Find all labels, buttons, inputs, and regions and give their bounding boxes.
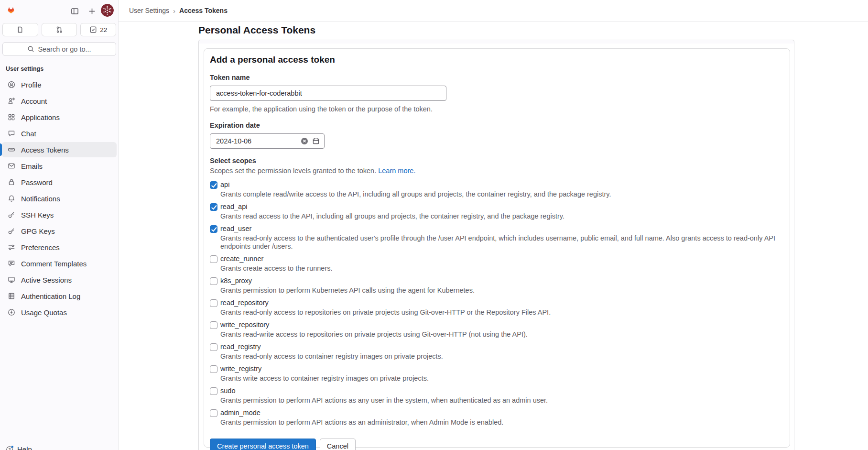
sidebar-item-ssh-keys[interactable]: SSH Keys [2, 207, 117, 222]
scope-checkbox-write-registry[interactable] [210, 365, 217, 373]
merge-request-icon [55, 26, 63, 33]
breadcrumb-user-settings[interactable]: User Settings [129, 7, 169, 14]
help-icon: ? [6, 445, 14, 450]
scope-row-read-repository: read_repository Grants read-only access … [210, 299, 784, 317]
user-avatar[interactable] [101, 4, 114, 17]
scope-description: Grants permission to perform API actions… [220, 418, 784, 427]
token-name-input[interactable] [210, 86, 446, 101]
scope-checkbox-read-api[interactable] [210, 203, 217, 211]
scope-row-read-user: read_user Grants read-only access to the… [210, 225, 784, 251]
breadcrumb: User Settings › Access Tokens [129, 0, 228, 21]
scope-description: Grants permission to perform API actions… [220, 396, 784, 405]
create-token-button[interactable]: Create personal access token [210, 439, 316, 450]
sidebar-item-preferences[interactable]: Preferences [2, 240, 117, 255]
scope-checkbox-read-registry[interactable] [210, 343, 217, 351]
sidebar-item-applications[interactable]: Applications [2, 110, 117, 125]
sidebar-item-active-sessions[interactable]: Active Sessions [2, 272, 117, 287]
sidebar-item-gpg-keys[interactable]: GPG Keys [2, 223, 117, 239]
key-icon [8, 227, 15, 235]
page-title: Personal Access Tokens [198, 24, 315, 36]
sidebar-item-label: Access Tokens [21, 146, 69, 154]
sidebar-item-label: GPG Keys [21, 227, 55, 235]
scope-name: k8s_proxy [220, 277, 252, 285]
scope-row-sudo: sudo Grants permission to perform API ac… [210, 387, 784, 405]
sidebar-item-comment-templates[interactable]: Comment Templates [2, 256, 117, 271]
scope-description: Grants read-only access to the authentic… [220, 234, 784, 251]
gitlab-logo-icon[interactable] [5, 4, 17, 16]
sidebar-item-label: Notifications [21, 195, 60, 203]
expiration-date-label: Expiration date [210, 121, 784, 129]
search-box[interactable]: Search or go to... [2, 42, 116, 56]
chat-icon [8, 130, 15, 137]
authentication-log-icon [8, 292, 15, 300]
sidebar-counts: 22 [2, 23, 116, 36]
sidebar-item-label: Applications [21, 113, 60, 121]
sidebar-item-authentication-log[interactable]: Authentication Log [2, 288, 117, 304]
topbar: User Settings › Access Tokens [119, 0, 868, 22]
clear-date-icon[interactable] [301, 137, 308, 145]
scope-checkbox-k8s-proxy[interactable] [210, 277, 217, 285]
sidebar-item-label: Comment Templates [21, 260, 87, 268]
emails-icon [8, 162, 15, 170]
key-icon [8, 211, 15, 219]
scope-row-read-registry: read_registry Grants read-only access to… [210, 343, 784, 361]
scope-name: read_user [220, 225, 251, 233]
create-new-plus-icon[interactable] [87, 6, 97, 16]
issues-icon [16, 26, 24, 33]
scopes-description-text: Scopes set the permission levels granted… [210, 167, 376, 175]
sidebar-item-emails[interactable]: Emails [2, 158, 117, 174]
scope-row-admin-mode: admin_mode Grants permission to perform … [210, 409, 784, 427]
calendar-icon[interactable] [312, 137, 320, 145]
sidebar-item-password[interactable]: Password [2, 175, 117, 190]
sidebar-item-account[interactable]: Account [2, 93, 117, 109]
scope-name: read_registry [220, 343, 261, 351]
sidebar-item-profile[interactable]: Profile [2, 77, 117, 92]
svg-text:?: ? [8, 447, 11, 450]
token-name-help: For example, the application using the t… [210, 105, 784, 113]
sidebar-item-label: Active Sessions [21, 276, 72, 284]
comment-templates-icon [8, 260, 15, 267]
sidebar-item-usage-quotas[interactable]: Usage Quotas [2, 305, 117, 320]
sidebar-item-label: Account [21, 97, 47, 105]
scope-description: Grants read-write access to repositories… [220, 330, 784, 339]
learn-more-link[interactable]: Learn more. [378, 167, 415, 175]
scope-checkbox-api[interactable] [210, 181, 217, 189]
breadcrumb-separator: › [173, 7, 175, 15]
preferences-icon [8, 243, 15, 251]
cancel-button[interactable]: Cancel [320, 439, 356, 450]
scope-name: admin_mode [220, 409, 260, 417]
breadcrumb-current: Access Tokens [179, 7, 228, 14]
scope-description: Grants read-only access to container reg… [220, 352, 784, 361]
scope-checkbox-read-user[interactable] [210, 225, 217, 233]
scope-checkbox-create-runner[interactable] [210, 255, 217, 263]
scope-row-write-repository: write_repository Grants read-write acces… [210, 321, 784, 339]
scope-checkbox-write-repository[interactable] [210, 321, 217, 329]
help-menu[interactable]: ? Help [6, 445, 32, 450]
scopes-description: Scopes set the permission levels granted… [210, 166, 784, 175]
access-tokens-icon [8, 146, 15, 154]
todo-check-icon [89, 26, 97, 33]
expiration-date-input[interactable]: 2024-10-06 [210, 133, 325, 149]
active-sessions-icon [8, 276, 15, 284]
sidebar-item-chat[interactable]: Chat [2, 126, 117, 141]
todos-count-button[interactable]: 22 [80, 23, 116, 36]
search-placeholder: Search or go to... [38, 45, 91, 53]
notifications-icon [8, 195, 15, 202]
scope-checkbox-sudo[interactable] [210, 387, 217, 395]
sidebar-item-notifications[interactable]: Notifications [2, 191, 117, 206]
sidebar-item-access-tokens[interactable]: Access Tokens [2, 142, 117, 157]
merge-requests-count-button[interactable] [42, 23, 77, 36]
scope-list: api Grants complete read/write access to… [210, 181, 784, 427]
scope-row-write-registry: write_registry Grants write access to co… [210, 365, 784, 383]
sidebar-item-label: SSH Keys [21, 211, 54, 219]
sidebar-toggle-icon[interactable] [69, 6, 80, 16]
password-icon [8, 178, 15, 186]
sidebar-nav: Profile Account Applications Chat Access… [2, 77, 117, 321]
token-name-label: Token name [210, 74, 784, 81]
scope-checkbox-admin-mode[interactable] [210, 409, 217, 417]
scope-description: Grants permission to perform Kubernetes … [220, 286, 784, 295]
add-token-card: Add a personal access token Token name F… [204, 48, 790, 448]
select-scopes-label: Select scopes [210, 157, 784, 165]
issues-count-button[interactable] [2, 23, 38, 36]
scope-checkbox-read-repository[interactable] [210, 299, 217, 307]
